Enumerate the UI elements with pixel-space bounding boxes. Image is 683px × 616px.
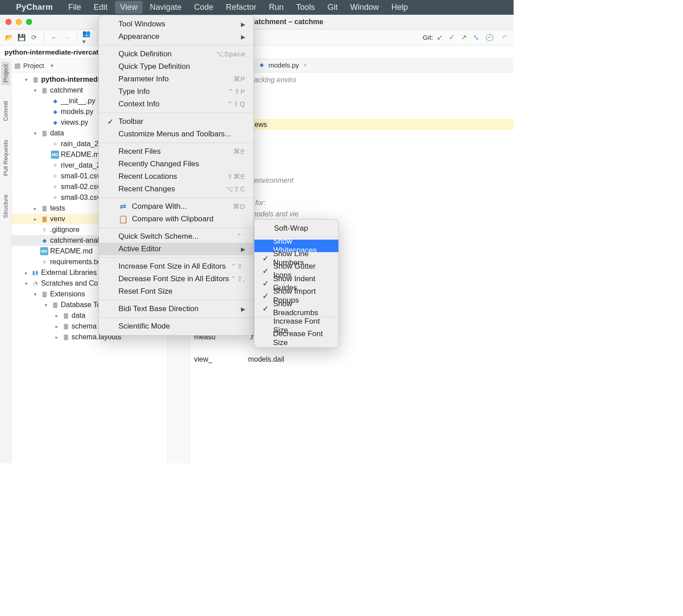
- toolbar: 📂 💾 ⟳ ← → 👥▾ Git: ↙ ✓ ↗ ⤡ 🕘 ↶: [0, 30, 514, 46]
- menu-item-show-breadcrumbs[interactable]: ✓Show Breadcrumbs: [254, 302, 338, 315]
- menu-item-type-info[interactable]: Type Info⌃⇧P: [99, 85, 253, 98]
- tool-tab-project[interactable]: Project: [1, 62, 10, 85]
- sidebar-title[interactable]: Project: [23, 62, 44, 69]
- history-icon[interactable]: 🕘: [485, 33, 494, 42]
- menubar-file[interactable]: File: [63, 1, 87, 14]
- close-tab-icon[interactable]: ×: [304, 62, 307, 68]
- breadcrumb[interactable]: python-intermediate-rivercatc: [4, 48, 102, 56]
- menu-item-quick-type-definition[interactable]: Quick Type Definition: [99, 60, 253, 73]
- tool-tab-structure[interactable]: Structure: [1, 192, 10, 221]
- menu-item-decrease-font-size-in-all-editors[interactable]: Decrease Font Size in All Editors⌃⇧,: [99, 273, 253, 285]
- menu-item-soft-wrap[interactable]: Soft-Wrap: [254, 222, 338, 235]
- menu-item-toolbar[interactable]: ✓Toolbar: [99, 115, 253, 128]
- breadcrumb-bar: python-intermediate-rivercatc: [0, 46, 514, 59]
- close-window-icon[interactable]: [5, 19, 12, 25]
- git-commit-icon[interactable]: ✓: [449, 33, 455, 42]
- menubar-edit[interactable]: Edit: [89, 1, 113, 14]
- menubar-git[interactable]: Git: [322, 1, 343, 14]
- window-titlebar: intermediate-rivercatchment – catchme: [0, 15, 514, 30]
- refresh-icon[interactable]: ⟳: [30, 33, 38, 42]
- save-icon[interactable]: 💾: [17, 33, 26, 42]
- minimize-window-icon[interactable]: [16, 19, 22, 25]
- menu-item-reset-font-size[interactable]: Reset Font Size: [99, 285, 253, 298]
- active-editor-submenu: Soft-WrapShow Whitespaces✓Show Line Numb…: [254, 219, 339, 348]
- git-update-icon[interactable]: ⤡: [473, 33, 479, 42]
- menu-item-increase-font-size-in-all-editors[interactable]: Increase Font Size in All Editors⌃⇧.: [99, 260, 253, 273]
- menu-item-recent-files[interactable]: Recent Files⌘E: [99, 145, 253, 158]
- menu-item-compare-with-[interactable]: ⇄Compare With...⌘D: [99, 200, 253, 213]
- menubar-view[interactable]: View: [115, 1, 143, 14]
- menu-item-appearance[interactable]: Appearance▶: [99, 30, 253, 43]
- menu-item-decrease-font-size[interactable]: Decrease Font Size: [254, 332, 338, 345]
- menubar-navigate[interactable]: Navigate: [144, 1, 187, 14]
- forward-icon[interactable]: →: [62, 33, 71, 42]
- menu-item-compare-with-clipboard[interactable]: 📋Compare with Clipboard: [99, 213, 253, 225]
- git-label: Git:: [423, 34, 433, 41]
- menu-item-bidi-text-base-direction[interactable]: Bidi Text Base Direction▶: [99, 303, 253, 315]
- menu-item-customize-menus-and-toolbars-[interactable]: Customize Menus and Toolbars...: [99, 128, 253, 140]
- menu-item-quick-definition[interactable]: Quick Definition⌥Space: [99, 48, 253, 60]
- menu-item-recent-locations[interactable]: Recent Locations⇧⌘E: [99, 170, 253, 183]
- menubar-tools[interactable]: Tools: [291, 1, 320, 14]
- menu-item-recent-changes[interactable]: Recent Changes⌥⇧C: [99, 183, 253, 195]
- git-pull-icon[interactable]: ↙: [437, 33, 443, 42]
- menubar-run[interactable]: Run: [263, 1, 289, 14]
- tool-tab-commit[interactable]: Commit: [1, 98, 10, 124]
- view-menu: Tool Windows▶Appearance▶Quick Definition…: [98, 15, 254, 336]
- menu-item-tool-windows[interactable]: Tool Windows▶: [99, 18, 253, 30]
- menu-item-context-info[interactable]: Context Info⌃⇧Q: [99, 98, 253, 110]
- git-push-icon[interactable]: ↗: [461, 33, 467, 42]
- left-tool-tabs: ProjectCommitPull RequestsStructure: [0, 59, 12, 463]
- chevron-down-icon[interactable]: ▼: [50, 63, 55, 68]
- menu-item-scientific-mode[interactable]: Scientific Mode: [99, 320, 253, 333]
- undo-icon[interactable]: ↶: [500, 33, 509, 42]
- menubar-window[interactable]: Window: [345, 1, 384, 14]
- back-icon[interactable]: ←: [50, 33, 59, 42]
- menu-item-active-editor[interactable]: Active Editor▶: [99, 243, 253, 255]
- menubar-code[interactable]: Code: [189, 1, 219, 14]
- menu-item-quick-switch-scheme-[interactable]: Quick Switch Scheme...⌃`: [99, 230, 253, 243]
- editor-tab[interactable]: ◆models.py×: [253, 59, 311, 72]
- menu-item-parameter-info[interactable]: Parameter Info⌘P: [99, 73, 253, 85]
- menubar-help[interactable]: Help: [386, 1, 413, 14]
- tool-tab-pull-requests[interactable]: Pull Requests: [1, 137, 10, 178]
- open-folder-icon[interactable]: 📂: [4, 33, 13, 42]
- menu-item-recently-changed-files[interactable]: Recently Changed Files: [99, 158, 253, 170]
- menubar-refactor[interactable]: Refactor: [220, 1, 261, 14]
- macos-menubar: PyCharm FileEditViewNavigateCodeRefactor…: [0, 0, 514, 15]
- app-name[interactable]: PyCharm: [16, 3, 53, 12]
- maximize-window-icon[interactable]: [26, 19, 32, 25]
- users-icon[interactable]: 👥▾: [82, 33, 91, 42]
